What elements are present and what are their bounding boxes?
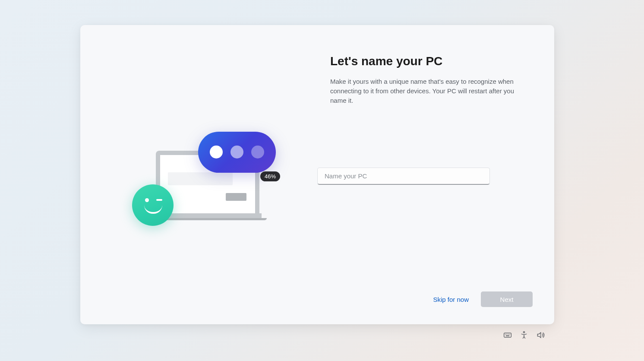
- page-title: Let's name your PC: [330, 54, 528, 68]
- system-tray: [503, 331, 545, 339]
- progress-badge: 46%: [260, 171, 280, 181]
- accessibility-icon[interactable]: [520, 331, 528, 339]
- svg-rect-0: [504, 333, 511, 337]
- next-button[interactable]: Next: [481, 291, 533, 307]
- chat-bubble-icon: [198, 132, 276, 173]
- svg-point-6: [523, 332, 524, 333]
- content-panel: Let's name your PC Make it yours with a …: [317, 25, 554, 324]
- smiley-wink-icon: [132, 184, 174, 226]
- name-input-row: 46%: [317, 168, 554, 185]
- skip-for-now-button[interactable]: Skip for now: [433, 296, 469, 303]
- illustration-panel: [80, 25, 317, 324]
- volume-icon[interactable]: [536, 331, 545, 339]
- footer-actions: Skip for now Next: [433, 291, 533, 307]
- name-pc-illustration: [130, 123, 268, 227]
- page-description: Make it yours with a unique name that's …: [330, 77, 520, 105]
- pc-name-input[interactable]: [317, 168, 490, 185]
- setup-card: Let's name your PC Make it yours with a …: [80, 25, 554, 324]
- keyboard-icon[interactable]: [503, 331, 512, 339]
